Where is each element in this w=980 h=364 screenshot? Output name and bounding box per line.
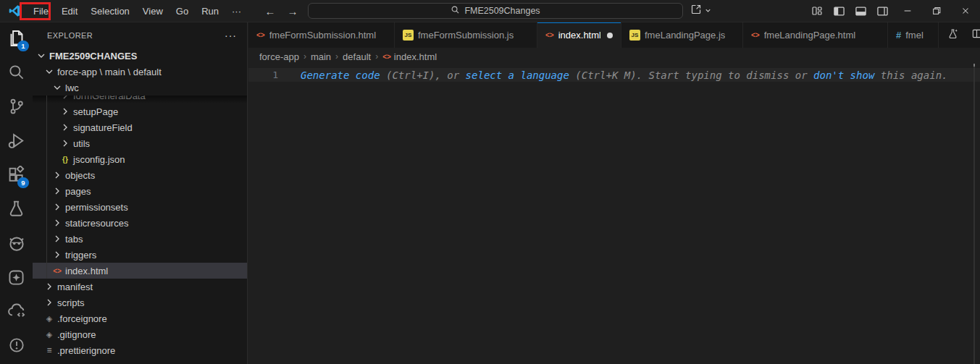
breadcrumb: force-app›main›default›<>index.html: [248, 48, 980, 65]
tree-file-.gitignore[interactable]: ◈.gitignore: [33, 326, 247, 342]
activitybar-copilot-square[interactable]: [0, 261, 33, 295]
customize-layout-icon[interactable]: [806, 0, 828, 22]
tree-file-jsconfig.json[interactable]: {}jsconfig.json: [33, 151, 247, 167]
back-arrow-icon[interactable]: ←: [264, 5, 277, 17]
search-icon: [451, 5, 460, 17]
explorer-header: EXPLORER ···: [33, 22, 247, 48]
toggle-primary-sidebar-icon[interactable]: [828, 0, 850, 22]
placeholder-text: (Ctrl+K M). Start typing to dismiss or: [569, 69, 813, 81]
activitybar-agent-robot[interactable]: [0, 227, 33, 261]
command-center-text: FME2509Changes: [464, 6, 540, 16]
menu-view[interactable]: View: [136, 4, 169, 19]
search-icon: [8, 64, 25, 84]
menu-overflow-icon[interactable]: ···: [225, 4, 248, 19]
tree-folder-pages[interactable]: pages: [33, 183, 247, 199]
activitybar-alerts[interactable]: [0, 330, 33, 364]
command-center-search[interactable]: FME2509Changes: [308, 3, 683, 19]
tree-folder-setupPage[interactable]: setupPage: [33, 103, 247, 119]
tree-folder-triggers[interactable]: triggers: [33, 247, 247, 263]
activity-bar: 19: [0, 22, 33, 364]
org-browser-cloud-icon: [7, 302, 26, 323]
toggle-secondary-sidebar-icon[interactable]: [871, 0, 893, 22]
explorer-more-actions-icon[interactable]: ···: [225, 30, 237, 41]
code-editor-surface[interactable]: 1 Generate code (Ctrl+I), or select a la…: [248, 68, 980, 82]
tab-fmeFormSubmission.html[interactable]: <>fmeFormSubmission.html: [248, 22, 395, 48]
copilot-square-icon: [7, 268, 25, 289]
tab-fmeFormSubmission.js[interactable]: JSfmeFormSubmission.js: [395, 22, 537, 48]
breadcrumb-item-main[interactable]: main: [311, 51, 331, 62]
tab-fmeLandingPage.js[interactable]: JSfmeLandingPage.js: [621, 22, 743, 48]
modified-dot[interactable]: [607, 33, 613, 38]
activitybar-explorer[interactable]: 1: [0, 22, 33, 56]
restore-window-button[interactable]: [922, 0, 951, 22]
file-tree: FME2509CHANGESforce-app \ main \ default…: [33, 48, 247, 358]
tree-folder-staticresources[interactable]: staticresources: [33, 215, 247, 231]
placeholder-link[interactable]: don't show: [813, 69, 874, 81]
tabs-container: <>fmeFormSubmission.htmlJSfmeFormSubmiss…: [248, 22, 939, 48]
tree-folder-tabs[interactable]: tabs: [33, 231, 247, 247]
tree-file-index.html[interactable]: <>index.html: [33, 263, 247, 279]
agent-robot-icon: [7, 234, 26, 255]
line-number: 1: [248, 69, 278, 80]
editor-group: <>fmeFormSubmission.htmlJSfmeFormSubmiss…: [248, 22, 980, 364]
menu-bar: FileEditSelectionViewGoRun···: [27, 4, 248, 19]
run-debug-icon: [7, 132, 25, 153]
tree-file-.prettierignore[interactable]: ≡.prettierignore: [33, 342, 247, 358]
beaker-sparkle-icon[interactable]: [947, 28, 959, 43]
tree-folder-scripts[interactable]: scripts: [33, 295, 247, 310]
activitybar-source-control[interactable]: [0, 90, 33, 124]
close-window-button[interactable]: [951, 0, 980, 22]
tree-folder-manifest[interactable]: manifest: [33, 279, 247, 295]
explorer-title: EXPLORER: [47, 31, 93, 40]
editor-scrollbar-track[interactable]: [973, 64, 975, 364]
chevron-down-icon: [704, 4, 712, 17]
breadcrumb-item-default[interactable]: default: [343, 51, 371, 62]
tree-folder-lwc[interactable]: lwc: [33, 80, 247, 96]
toggle-panel-icon[interactable]: [850, 0, 871, 22]
breadcrumb-separator-icon: ›: [303, 51, 306, 62]
activitybar-org-browser-cloud[interactable]: [0, 296, 33, 330]
menu-go[interactable]: Go: [169, 4, 195, 19]
breadcrumb-item-index.html[interactable]: <>index.html: [382, 51, 437, 62]
inline-placeholder-text: Generate code (Ctrl+I), or select a lang…: [301, 69, 948, 81]
tab-fmeLandingPage.html[interactable]: <>fmeLandingPage.html: [743, 22, 888, 48]
vscode-window: FileEditSelectionViewGoRun··· ← → FME250…: [0, 0, 980, 364]
badge-count: 1: [17, 41, 29, 51]
placeholder-link[interactable]: Generate code: [301, 69, 380, 81]
menu-file[interactable]: File: [27, 4, 55, 19]
tree-folder-signatureField[interactable]: signatureField: [33, 119, 247, 135]
placeholder-text: this again.: [874, 69, 947, 81]
editor-scrollbar-thumb[interactable]: [973, 64, 975, 67]
tree-root-folder[interactable]: FME2509CHANGES: [33, 48, 247, 64]
source-control-icon: [8, 98, 25, 118]
activitybar-search[interactable]: [0, 56, 33, 90]
explorer-sidebar: EXPLORER ··· FME2509CHANGESforce-app \ m…: [33, 22, 248, 364]
tree-folder-objects[interactable]: objects: [33, 167, 247, 183]
minimize-button[interactable]: [893, 0, 922, 22]
tab-index.html[interactable]: <>index.html: [537, 22, 621, 48]
activitybar-run-debug[interactable]: [0, 125, 33, 159]
titlebar-right-controls: [806, 0, 980, 22]
forward-arrow-icon[interactable]: →: [286, 5, 299, 17]
activitybar-testing[interactable]: [0, 193, 33, 227]
title-bar: FileEditSelectionViewGoRun··· ← → FME250…: [0, 0, 980, 22]
tree-folder-permissionsets[interactable]: permissionsets: [33, 199, 247, 215]
placeholder-link[interactable]: select a language: [466, 69, 569, 81]
clipped-tree-row: formGeneralData: [33, 96, 247, 103]
tab-fmel[interactable]: #fmel: [888, 22, 939, 48]
placeholder-text: (Ctrl+I), or: [380, 69, 466, 81]
badge-count: 9: [17, 177, 29, 188]
menu-selection[interactable]: Selection: [84, 4, 135, 19]
titlebar-action-dropdown[interactable]: [690, 0, 712, 22]
tree-folder-force-app-main-default[interactable]: force-app \ main \ default: [33, 64, 247, 80]
tree-folder-formGeneralData[interactable]: formGeneralData: [33, 96, 247, 103]
activitybar-extensions[interactable]: 9: [0, 159, 33, 193]
split-editor-icon[interactable]: [971, 28, 980, 42]
breadcrumb-separator-icon: ›: [375, 51, 378, 62]
breadcrumb-item-force-app[interactable]: force-app: [259, 51, 299, 62]
tree-file-.forceignore[interactable]: ◈.forceignore: [33, 310, 247, 326]
breadcrumb-separator-icon: ›: [335, 51, 338, 62]
menu-run[interactable]: Run: [195, 4, 225, 19]
tree-folder-utils[interactable]: utils: [33, 135, 247, 151]
menu-edit[interactable]: Edit: [55, 4, 84, 19]
